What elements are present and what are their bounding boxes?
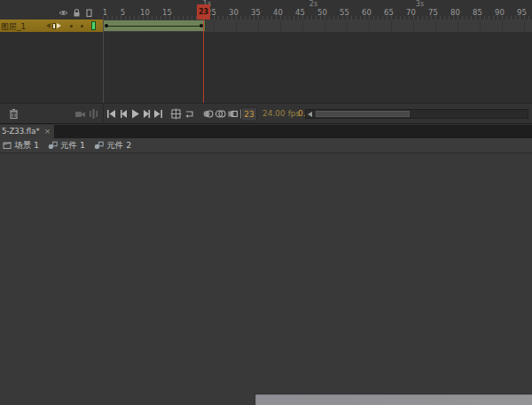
ruler-frame-number: 70 — [406, 8, 416, 17]
scroll-left-arrow-icon[interactable] — [308, 112, 312, 117]
prev-keyframe-icon[interactable] — [46, 23, 51, 28]
sky-background — [254, 393, 532, 405]
layer-header[interactable]: 图层_1 — [0, 19, 103, 32]
layer-frames-divider — [103, 19, 104, 103]
ruler-frame-number: 60 — [362, 8, 372, 17]
ruler-frame-number: 95 — [517, 8, 527, 17]
show-outlines-icon[interactable] — [84, 8, 94, 18]
keyframe-indicator-icon — [52, 23, 56, 29]
ruler-frame-number: 15 — [162, 8, 172, 17]
step-forward-button[interactable] — [142, 108, 153, 120]
animate-window: 1510152530354045505560657075808590951s2s… — [0, 0, 532, 405]
timeline-panel: 1510152530354045505560657075808590951s2s… — [0, 0, 532, 125]
ruler-frame-number: 45 — [295, 8, 305, 17]
stage-canvas-image[interactable]: OFFICE — [254, 393, 532, 405]
layer-frames-track[interactable] — [103, 19, 532, 32]
layer-name[interactable]: 图层_1 — [1, 21, 26, 32]
symbol-icon — [48, 141, 58, 150]
onion-skin-button[interactable] — [202, 108, 214, 120]
tween-line — [107, 26, 200, 27]
document-tab-label: 5-Z33.fla* — [2, 127, 40, 136]
stage-pasteboard[interactable]: OFFICE — [0, 153, 532, 405]
ruler-frame-number: 85 — [473, 8, 482, 17]
breadcrumb-scene[interactable]: 场景 1 — [3, 140, 39, 152]
ruler-second-label: 3s — [416, 0, 424, 8]
ruler-frame-number: 80 — [450, 8, 460, 17]
ruler-frame-number: 40 — [273, 8, 283, 17]
ruler-frame-number: 50 — [317, 8, 327, 17]
tween-span[interactable] — [103, 20, 206, 31]
go-to-first-frame-button[interactable] — [106, 108, 118, 120]
delete-layer-icon[interactable] — [8, 108, 20, 120]
play-button[interactable] — [130, 108, 142, 120]
tab-close-icon[interactable]: × — [44, 127, 51, 136]
symbol-icon — [94, 141, 104, 150]
current-frame-field[interactable]: 23 — [241, 107, 257, 121]
lock-all-layers-icon[interactable] — [72, 8, 82, 18]
ruler-frame-number: 5 — [121, 8, 125, 17]
ruler-frame-number: 75 — [428, 8, 438, 17]
document-tab-strip: 5-Z33.fla*× — [0, 125, 532, 138]
playhead[interactable]: 23 — [197, 4, 210, 19]
onion-skin-outlines-button[interactable] — [215, 108, 226, 120]
start-keyframe-dot[interactable] — [105, 24, 108, 27]
edit-multiple-frames-button[interactable] — [227, 108, 239, 120]
center-frame-button[interactable] — [170, 108, 182, 120]
loop-playback-button[interactable] — [184, 108, 195, 120]
edit-bar: 场景 1 元件 1 元件 2 — [0, 138, 532, 153]
layer-visibility-dot[interactable] — [70, 25, 73, 27]
toolbar-divider — [103, 104, 104, 124]
frame-rate-field[interactable]: 24.00 fps — [262, 109, 300, 118]
ruler-frame-number: 30 — [229, 8, 239, 17]
go-to-last-frame-button[interactable] — [153, 108, 165, 120]
scene-icon — [3, 141, 12, 150]
ruler-frame-number: 1 — [103, 8, 107, 17]
scrollbar-thumb[interactable] — [316, 111, 410, 117]
breadcrumb-symbol-1[interactable]: 元件 1 — [48, 140, 85, 152]
camera-icon[interactable] — [74, 108, 86, 120]
step-back-button[interactable] — [119, 108, 130, 120]
timeline-toolbar: 23 24.00 fps 0.9 s — [0, 103, 532, 124]
show-hide-all-layers-icon[interactable] — [59, 8, 68, 18]
layer-lock-dot[interactable] — [81, 25, 83, 27]
timeline-ruler[interactable]: 1510152530354045505560657075808590951s2s… — [0, 0, 532, 20]
timeline-scrollbar[interactable] — [305, 109, 528, 119]
layer-depth-icon[interactable] — [88, 108, 99, 120]
ruler-frame-number: 55 — [340, 8, 349, 17]
playhead-line — [203, 19, 204, 103]
ruler-frame-number: 35 — [251, 8, 261, 17]
ruler-frame-number: 90 — [495, 8, 505, 17]
empty-frames-area[interactable] — [0, 32, 532, 103]
ruler-frame-number: 65 — [384, 8, 394, 17]
layer-row[interactable]: 图层_1 — [0, 19, 532, 32]
ruler-frame-number: 10 — [140, 8, 150, 17]
layer-outline-swatch[interactable] — [91, 21, 96, 30]
next-keyframe-icon[interactable] — [57, 23, 61, 28]
ruler-second-label: 2s — [309, 0, 317, 8]
breadcrumb-symbol-2[interactable]: 元件 2 — [94, 140, 131, 152]
